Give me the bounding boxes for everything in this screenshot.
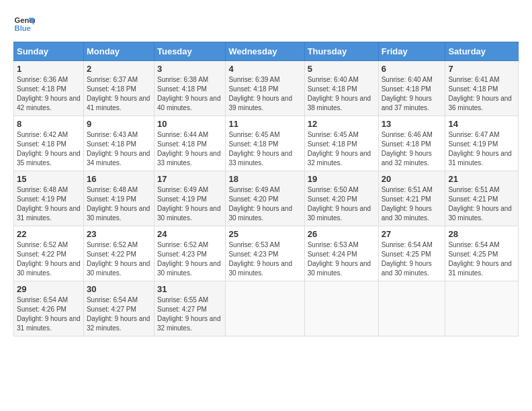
logo: General Blue [13,13,35,35]
day-info: Sunrise: 6:52 AMSunset: 4:22 PMDaylight:… [17,240,81,278]
calendar-cell: 2Sunrise: 6:37 AMSunset: 4:18 PMDaylight… [83,61,154,116]
calendar-cell: 27Sunrise: 6:54 AMSunset: 4:25 PMDayligh… [378,226,445,281]
day-info: Sunrise: 6:48 AMSunset: 4:19 PMDaylight:… [17,185,81,223]
day-number: 28 [448,229,515,239]
day-number: 29 [17,284,81,294]
calendar-cell: 14Sunrise: 6:47 AMSunset: 4:19 PMDayligh… [445,116,519,171]
day-number: 25 [228,229,301,239]
day-info: Sunrise: 6:49 AMSunset: 4:19 PMDaylight:… [157,185,222,223]
calendar-week-3: 15Sunrise: 6:48 AMSunset: 4:19 PMDayligh… [14,171,519,226]
calendar-week-4: 22Sunrise: 6:52 AMSunset: 4:22 PMDayligh… [14,226,519,281]
header-day-saturday: Saturday [445,42,519,61]
calendar-week-2: 8Sunrise: 6:42 AMSunset: 4:18 PMDaylight… [14,116,519,171]
day-info: Sunrise: 6:44 AMSunset: 4:18 PMDaylight:… [157,130,222,168]
calendar-cell [445,281,519,336]
day-info: Sunrise: 6:54 AMSunset: 4:26 PMDaylight:… [17,295,81,333]
day-info: Sunrise: 6:41 AMSunset: 4:18 PMDaylight:… [448,75,515,113]
calendar-cell: 24Sunrise: 6:52 AMSunset: 4:23 PMDayligh… [154,226,225,281]
day-number: 5 [308,64,375,74]
day-info: Sunrise: 6:54 AMSunset: 4:27 PMDaylight:… [87,295,151,333]
day-number: 10 [157,119,222,129]
day-info: Sunrise: 6:54 AMSunset: 4:25 PMDaylight:… [382,240,443,278]
calendar-cell: 3Sunrise: 6:38 AMSunset: 4:18 PMDaylight… [154,61,225,116]
day-number: 22 [17,229,81,239]
day-info: Sunrise: 6:52 AMSunset: 4:23 PMDaylight:… [157,240,222,278]
day-info: Sunrise: 6:51 AMSunset: 4:21 PMDaylight:… [448,185,515,223]
calendar-cell: 16Sunrise: 6:48 AMSunset: 4:19 PMDayligh… [83,171,154,226]
header-day-wednesday: Wednesday [226,42,304,61]
day-number: 13 [382,119,443,129]
calendar-cell: 20Sunrise: 6:51 AMSunset: 4:21 PMDayligh… [378,171,445,226]
day-number: 16 [87,174,151,184]
day-info: Sunrise: 6:49 AMSunset: 4:20 PMDaylight:… [228,185,301,223]
calendar-cell: 6Sunrise: 6:40 AMSunset: 4:18 PMDaylight… [378,61,445,116]
calendar-cell: 9Sunrise: 6:43 AMSunset: 4:18 PMDaylight… [83,116,154,171]
day-number: 2 [87,64,151,74]
calendar-cell: 10Sunrise: 6:44 AMSunset: 4:18 PMDayligh… [154,116,225,171]
day-info: Sunrise: 6:40 AMSunset: 4:18 PMDaylight:… [382,75,443,113]
calendar-cell: 22Sunrise: 6:52 AMSunset: 4:22 PMDayligh… [14,226,84,281]
day-info: Sunrise: 6:53 AMSunset: 4:24 PMDaylight:… [308,240,375,278]
header-day-monday: Monday [83,42,154,61]
day-info: Sunrise: 6:45 AMSunset: 4:18 PMDaylight:… [228,130,301,168]
header-day-friday: Friday [378,42,445,61]
day-number: 3 [157,64,222,74]
calendar-cell: 21Sunrise: 6:51 AMSunset: 4:21 PMDayligh… [445,171,519,226]
day-info: Sunrise: 6:55 AMSunset: 4:27 PMDaylight:… [157,295,222,333]
calendar-cell: 23Sunrise: 6:52 AMSunset: 4:22 PMDayligh… [83,226,154,281]
day-number: 7 [448,64,515,74]
calendar-cell: 4Sunrise: 6:39 AMSunset: 4:18 PMDaylight… [226,61,304,116]
header-day-thursday: Thursday [304,42,378,61]
day-info: Sunrise: 6:50 AMSunset: 4:20 PMDaylight:… [308,185,375,223]
day-info: Sunrise: 6:39 AMSunset: 4:18 PMDaylight:… [228,75,301,113]
day-number: 24 [157,229,222,239]
calendar-cell: 7Sunrise: 6:41 AMSunset: 4:18 PMDaylight… [445,61,519,116]
day-number: 30 [87,284,151,294]
day-info: Sunrise: 6:46 AMSunset: 4:18 PMDaylight:… [382,130,443,168]
calendar-cell: 12Sunrise: 6:45 AMSunset: 4:18 PMDayligh… [304,116,378,171]
calendar-week-5: 29Sunrise: 6:54 AMSunset: 4:26 PMDayligh… [14,281,519,336]
day-info: Sunrise: 6:54 AMSunset: 4:25 PMDaylight:… [448,240,515,278]
calendar-week-1: 1Sunrise: 6:36 AMSunset: 4:18 PMDaylight… [14,61,519,116]
calendar-table: SundayMondayTuesdayWednesdayThursdayFrid… [13,42,519,336]
calendar-cell: 31Sunrise: 6:55 AMSunset: 4:27 PMDayligh… [154,281,225,336]
calendar-cell: 11Sunrise: 6:45 AMSunset: 4:18 PMDayligh… [226,116,304,171]
day-number: 23 [87,229,151,239]
day-number: 15 [17,174,81,184]
day-number: 14 [448,119,515,129]
day-info: Sunrise: 6:42 AMSunset: 4:18 PMDaylight:… [17,130,81,168]
calendar-cell [304,281,378,336]
day-number: 8 [17,119,81,129]
day-number: 17 [157,174,222,184]
svg-text:Blue: Blue [15,24,31,32]
day-info: Sunrise: 6:48 AMSunset: 4:19 PMDaylight:… [87,185,151,223]
calendar-cell: 15Sunrise: 6:48 AMSunset: 4:19 PMDayligh… [14,171,84,226]
day-info: Sunrise: 6:38 AMSunset: 4:18 PMDaylight:… [157,75,222,113]
calendar-cell: 17Sunrise: 6:49 AMSunset: 4:19 PMDayligh… [154,171,225,226]
day-info: Sunrise: 6:51 AMSunset: 4:21 PMDaylight:… [382,185,443,223]
day-number: 27 [382,229,443,239]
calendar-cell: 29Sunrise: 6:54 AMSunset: 4:26 PMDayligh… [14,281,84,336]
calendar-cell: 28Sunrise: 6:54 AMSunset: 4:25 PMDayligh… [445,226,519,281]
day-info: Sunrise: 6:47 AMSunset: 4:19 PMDaylight:… [448,130,515,168]
day-number: 31 [157,284,222,294]
day-number: 6 [382,64,443,74]
day-number: 12 [308,119,375,129]
calendar-cell: 26Sunrise: 6:53 AMSunset: 4:24 PMDayligh… [304,226,378,281]
day-info: Sunrise: 6:53 AMSunset: 4:23 PMDaylight:… [228,240,301,278]
day-number: 18 [228,174,301,184]
calendar-cell: 5Sunrise: 6:40 AMSunset: 4:18 PMDaylight… [304,61,378,116]
day-number: 26 [308,229,375,239]
day-number: 21 [448,174,515,184]
day-number: 1 [17,64,81,74]
calendar-cell [226,281,304,336]
calendar-cell: 19Sunrise: 6:50 AMSunset: 4:20 PMDayligh… [304,171,378,226]
day-info: Sunrise: 6:45 AMSunset: 4:18 PMDaylight:… [308,130,375,168]
day-number: 9 [87,119,151,129]
calendar-cell: 25Sunrise: 6:53 AMSunset: 4:23 PMDayligh… [226,226,304,281]
calendar-cell: 13Sunrise: 6:46 AMSunset: 4:18 PMDayligh… [378,116,445,171]
calendar-cell: 1Sunrise: 6:36 AMSunset: 4:18 PMDaylight… [14,61,84,116]
calendar-cell: 30Sunrise: 6:54 AMSunset: 4:27 PMDayligh… [83,281,154,336]
header-day-tuesday: Tuesday [154,42,225,61]
day-number: 19 [308,174,375,184]
